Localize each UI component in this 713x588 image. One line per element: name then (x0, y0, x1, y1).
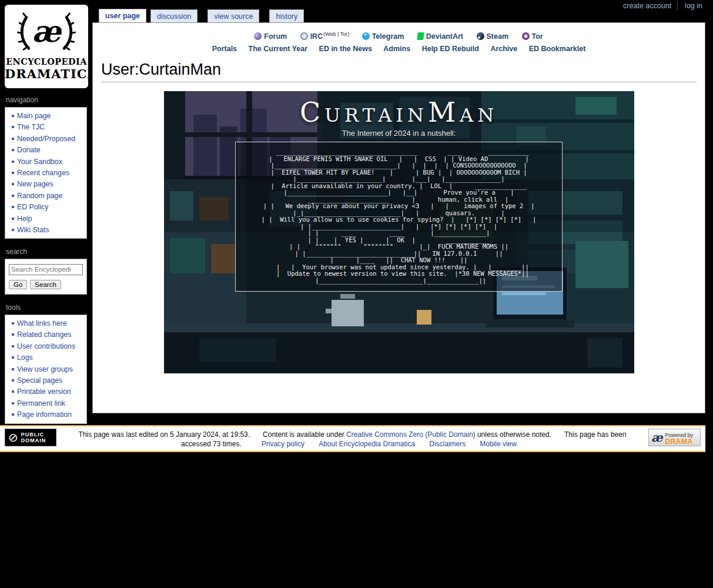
site-link[interactable]: Forum (264, 32, 287, 41)
sidebar-tool-link[interactable]: What links here (17, 319, 67, 328)
sidebar-nav-link[interactable]: The TJC (17, 123, 45, 131)
portal-link[interactable]: The Current Year (249, 45, 308, 53)
footer-link[interactable]: Disclaimers (429, 440, 466, 448)
sidebar-nav-item[interactable]: Recent changes (5, 167, 86, 178)
cc-zero-icon: ⊘ (8, 432, 18, 443)
sidebar-tool-item[interactable]: Special pages (5, 375, 86, 386)
search-button[interactable]: Search (30, 280, 61, 289)
sidebar-tool-link[interactable]: Special pages (17, 376, 62, 385)
go-button[interactable]: Go (9, 280, 27, 289)
sidebar-nav-link[interactable]: Help (17, 215, 32, 223)
artwork-subtitle: The Internet of 2024 in a nutshell: (164, 129, 634, 138)
sidebar-nav-item[interactable]: Needed/Proposed (5, 133, 86, 144)
portal-link[interactable]: ED in the News (319, 45, 372, 53)
footer-link[interactable]: Mobile view (480, 440, 517, 448)
page-tab[interactable]: history (269, 9, 304, 22)
site-logo[interactable]: æ ENCYCLOPEDIA DRAMATICA (5, 5, 88, 88)
portal-link[interactable]: Archive (490, 45, 517, 53)
page-tab-label: user page (105, 12, 140, 20)
license-text: Content is available under Creative Comm… (263, 430, 551, 439)
sidebar-nav-item[interactable]: Wiki Stats (5, 224, 86, 235)
sidebar-nav-item[interactable]: Your Sandbox (5, 156, 86, 167)
navigation-box: Main page The TJC Needed/Proposed Donate… (5, 107, 87, 239)
sidebar-tool-link[interactable]: Printable version (17, 387, 71, 396)
bullet-icon (12, 183, 14, 185)
search-input[interactable] (9, 264, 83, 275)
sidebar-tool-item[interactable]: User contributions (5, 340, 86, 352)
powered-by-badge[interactable]: æ Powered by DRAMA (648, 429, 701, 446)
page-tab[interactable]: user page (99, 9, 146, 22)
sidebar-nav-link[interactable]: New pages (17, 180, 53, 188)
ascii-art-line: | |____ || CHAT NOW !!! || (238, 257, 560, 264)
ascii-art-line: |_______________________| |___| |_______… (238, 176, 560, 183)
sidebar-nav-item[interactable]: New pages (5, 178, 86, 189)
page-tab-label: view source (214, 12, 253, 21)
license-link[interactable]: Creative Commons Zero (Public Domain) (346, 430, 475, 439)
page-tab[interactable]: view source (207, 9, 259, 22)
sidebar-tool-link[interactable]: View user groups (17, 365, 73, 373)
log-in-link[interactable]: log in (677, 2, 702, 10)
sidebar-nav-link[interactable]: ED Policy (17, 203, 48, 211)
artwork-overlay: CurtainMan The Internet of 2024 in a nut… (164, 96, 634, 292)
sidebar-nav-link[interactable]: Recent changes (17, 169, 69, 177)
create-account-link[interactable]: create account (623, 2, 671, 10)
ascii-art-line: | | """"""" """""""" |_| FUCK MATURE MOM… (238, 243, 560, 250)
sidebar-tool-link[interactable]: Related changes (17, 330, 71, 339)
sidebar-nav-item[interactable]: Donate (5, 144, 86, 155)
forum-icon (254, 32, 262, 40)
footer-link[interactable]: About Encyclopedia Dramatica (319, 440, 415, 448)
site-link[interactable]: DeviantArt (426, 32, 463, 41)
sidebar-nav-item[interactable]: Help (5, 213, 86, 224)
bullet-icon (12, 402, 14, 405)
portal-link[interactable]: Portals (212, 45, 237, 53)
site-link[interactable]: IRC (310, 32, 323, 41)
footer-links: Privacy policyAbout Encyclopedia Dramati… (255, 440, 524, 448)
page-tab[interactable]: discussion (150, 9, 198, 22)
sidebar-tool-link[interactable]: User contributions (17, 342, 75, 350)
bullet-icon (12, 345, 14, 348)
sidebar-nav-item[interactable]: ED Policy (5, 201, 86, 212)
sidebar-nav-link[interactable]: Main page (17, 112, 51, 120)
search-heading: search (6, 248, 87, 256)
sidebar-nav-item[interactable]: Main page (5, 110, 86, 121)
irc-icon (300, 32, 308, 40)
portal-link[interactable]: ED Bookmarklet (529, 45, 586, 53)
bullet-icon (12, 218, 14, 220)
sidebar-nav-link[interactable]: Random page (17, 192, 62, 200)
sidebar-tool-item[interactable]: Permanent link (5, 397, 86, 409)
site-link-sup[interactable]: (Web | Tor) (323, 31, 349, 37)
sidebar-nav-item[interactable]: Random page (5, 190, 86, 201)
site-link[interactable]: Telegram (372, 32, 404, 41)
sidebar-tool-link[interactable]: Permanent link (17, 399, 65, 407)
user-artwork-image[interactable]: CurtainMan The Internet of 2024 in a nut… (164, 91, 634, 373)
footer-link[interactable]: Privacy policy (262, 440, 304, 448)
last-edited-text: This page was last edited on 5 January 2… (79, 430, 250, 439)
bullet-icon (12, 322, 14, 325)
sidebar-nav-item[interactable]: The TJC (5, 121, 86, 132)
portal-link[interactable]: Help ED Rebuild (422, 45, 479, 53)
site-link[interactable]: Tor (532, 32, 543, 41)
sidebar-tool-link[interactable]: Page information (17, 410, 72, 419)
portal-link[interactable]: Admins (383, 45, 410, 53)
public-domain-badge[interactable]: ⊘ PUBLIC DOMAIN (5, 429, 56, 446)
sidebar-nav-link[interactable]: Wiki Stats (17, 226, 49, 234)
sidebar-tool-item[interactable]: What links here (5, 318, 86, 329)
tools-heading: tools (6, 303, 87, 312)
ascii-art-line: |____________________________|__________… (238, 278, 560, 285)
sidebar-nav-link[interactable]: Donate (17, 146, 41, 154)
sidebar-tool-item[interactable]: Related changes (5, 329, 86, 340)
sidebar-tool-item[interactable]: View user groups (5, 363, 86, 375)
bullet-icon (12, 379, 14, 382)
site-link-group: Steam (477, 32, 510, 41)
sidebar-tool-item[interactable]: Printable version (5, 386, 86, 397)
sidebar-tool-item[interactable]: Logs (5, 352, 86, 363)
tor-icon (522, 32, 530, 40)
sidebar-nav-link[interactable]: Your Sandbox (17, 158, 62, 166)
sidebar-tool-item[interactable]: Page information (5, 409, 86, 420)
bullet-icon (12, 149, 14, 151)
bullet-icon (12, 172, 14, 174)
ascii-art-line: | | We deeply care about your privacy <3… (238, 203, 560, 210)
site-link[interactable]: Steam (487, 32, 509, 41)
sidebar-tool-link[interactable]: Logs (17, 353, 33, 362)
sidebar-nav-link[interactable]: Needed/Proposed (17, 135, 75, 143)
